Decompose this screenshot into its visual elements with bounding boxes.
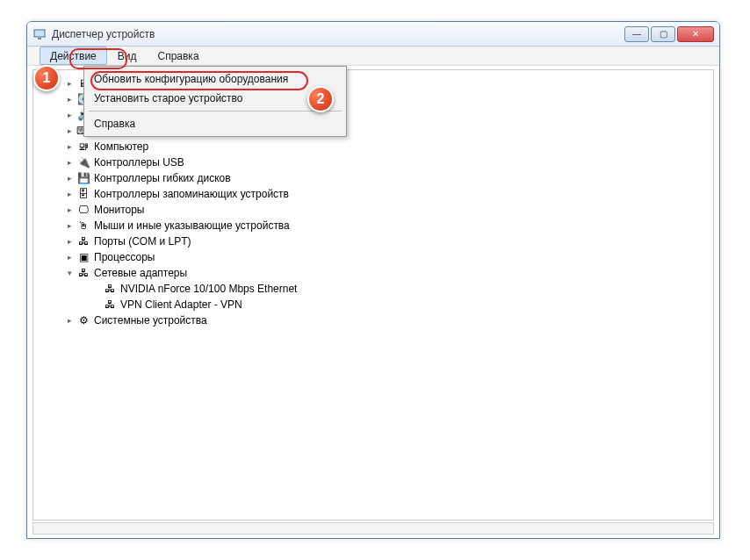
expand-icon[interactable]: ▸ [65,95,74,104]
window-controls: — ▢ ✕ [624,26,714,42]
window-title: Диспетчер устройств [52,28,624,40]
tree-node-label: Системные устройства [94,314,207,327]
tree-node[interactable]: ▸🖵Мониторы [37,202,713,218]
tree-node-label: Мыши и иные указывающие устройства [94,219,290,232]
usb-icon: 🔌 [76,155,90,169]
tree-node[interactable]: ▸🔌Контроллеры USB [37,154,713,170]
expand-icon[interactable]: ▸ [65,221,74,230]
computer-icon: 🖳 [76,140,90,154]
expand-icon[interactable]: ▸ [65,190,74,198]
tree-child-node[interactable]: 🖧VPN Client Adapter - VPN [37,297,713,312]
menu-item-действие[interactable]: Действие [40,47,107,65]
system-icon: ⚙ [76,313,90,327]
tree-node-label: Сетевые адаптеры [94,267,187,279]
storage-ctrl-icon: 🗄 [76,187,90,201]
network-icon: 🖧 [76,266,90,280]
expand-icon[interactable]: ▸ [65,253,74,262]
titlebar: Диспетчер устройств — ▢ ✕ [27,22,719,47]
expand-icon[interactable]: ▸ [65,174,74,183]
tree-node[interactable]: ▸🗄Контроллеры запоминающих устройств [37,186,713,202]
expand-icon[interactable]: ▸ [65,111,74,119]
mouse-icon: 🖱 [76,219,90,233]
svg-rect-0 [34,30,45,37]
minimize-button[interactable]: — [624,26,649,42]
tree-node-label: Мониторы [94,204,144,216]
annotation-badge-2: 2 [307,86,334,112]
annotation-badge-1: 1 [33,65,60,91]
app-icon [32,27,47,41]
status-bar [32,522,714,535]
menubar: ДействиеВидСправка [27,47,719,66]
maximize-button[interactable]: ▢ [651,26,675,42]
expand-icon[interactable]: ▸ [65,316,74,325]
tree-node-label: Контроллеры запоминающих устройств [94,188,289,200]
menu-item-справка[interactable]: Справка [147,47,209,65]
tree-node-label: NVIDIA nForce 10/100 Mbps Ethernet [120,283,297,295]
close-button[interactable]: ✕ [677,26,714,42]
nic-icon: 🖧 [103,282,117,296]
dropdown-item[interactable]: Установить старое устройство [87,89,343,108]
expand-icon[interactable]: ▸ [65,142,74,151]
dropdown-separator [89,111,342,111]
device-tree-panel: ▸🖥Видеоадаптеры▸💽Дисковые устройства▸🔊Зв… [32,69,714,521]
tree-node[interactable]: ▸⚙Системные устройства [37,312,713,328]
monitor-icon: 🖵 [76,203,90,217]
expand-icon[interactable]: ▸ [65,158,74,167]
expand-icon[interactable]: ▸ [65,237,74,246]
dropdown-item[interactable]: Справка [87,114,343,133]
expand-icon[interactable] [91,300,100,309]
expand-icon[interactable] [91,284,100,293]
tree-child-node[interactable]: 🖧NVIDIA nForce 10/100 Mbps Ethernet [37,281,713,297]
tree-node-label: Контроллеры гибких дисков [94,172,231,184]
tree-node-label: Процессоры [94,251,155,263]
tree-node[interactable]: ▸💾Контроллеры гибких дисков [37,170,713,186]
tree-node[interactable]: ▾🖧Сетевые адаптеры [37,265,713,281]
tree-node-label: Контроллеры USB [94,156,184,169]
tree-node-label: VPN Client Adapter - VPN [120,298,242,311]
device-manager-window: Диспетчер устройств — ▢ ✕ ДействиеВидСпр… [26,21,720,539]
expand-icon[interactable]: ▸ [65,79,74,88]
tree-node[interactable]: ▸🖧Порты (COM и LPT) [37,233,713,249]
cpu-icon: ▣ [76,250,90,264]
menu-item-вид[interactable]: Вид [107,47,148,65]
tree-node[interactable]: ▸🖳Компьютер [37,139,713,154]
svg-rect-1 [38,38,41,39]
port-icon: 🖧 [76,234,90,248]
expand-icon[interactable]: ▸ [65,205,74,214]
dropdown-item[interactable]: Обновить конфигурацию оборудования [87,69,343,89]
collapse-icon[interactable]: ▾ [65,269,74,277]
expand-icon[interactable]: ▸ [65,126,74,135]
tree-node-label: Компьютер [94,140,148,153]
tree-node[interactable]: ▸▣Процессоры [37,249,713,265]
tree-node-label: Порты (COM и LPT) [94,235,191,248]
floppy-ctrl-icon: 💾 [76,171,90,185]
tree-node[interactable]: ▸🖱Мыши и иные указывающие устройства [37,218,713,233]
nic-icon: 🖧 [103,298,117,312]
